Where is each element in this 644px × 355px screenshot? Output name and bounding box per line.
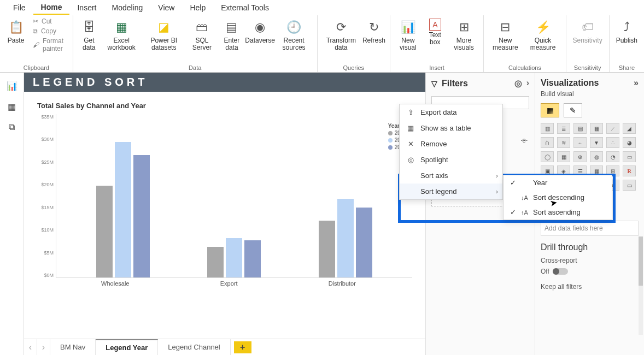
- get-data-button[interactable]: 🗄Get data: [78, 17, 101, 52]
- viz-area[interactable]: ◢: [623, 123, 636, 134]
- submenu-label: Sort descending: [533, 193, 584, 202]
- transform-data-button[interactable]: ⟳Transform data: [322, 17, 360, 52]
- build-visual-tab[interactable]: ▦: [541, 103, 559, 117]
- menu-show-as-table[interactable]: ▦Show as a table: [400, 120, 502, 136]
- page-nav-next[interactable]: ›: [37, 339, 50, 355]
- publish-button[interactable]: ⤴Publish: [614, 17, 640, 45]
- model-view-icon[interactable]: ⧉: [7, 122, 17, 133]
- menu-view[interactable]: View: [150, 1, 182, 14]
- bar-chart[interactable]: $35M $30M $25M $20M $15M $10M $5M $0M Ye…: [37, 114, 412, 278]
- copy-button[interactable]: ⧉Copy: [33, 27, 68, 35]
- menu-export-data[interactable]: ⇪Export data: [400, 104, 502, 120]
- viz-r[interactable]: R: [623, 165, 636, 176]
- viz-pie[interactable]: ◕: [623, 137, 636, 148]
- refresh-button[interactable]: ↻Refresh: [362, 17, 385, 45]
- quick-measure-button[interactable]: ⚡Quick measure: [524, 17, 561, 52]
- bar[interactable]: [319, 221, 335, 277]
- values-dropzone[interactable]: Add data fields here: [541, 221, 639, 236]
- menu-file[interactable]: File: [5, 1, 33, 14]
- bar[interactable]: [337, 199, 354, 277]
- scrollbar-thumb[interactable]: [639, 236, 643, 286]
- check-icon: ✓: [509, 208, 517, 216]
- bar[interactable]: [226, 238, 242, 277]
- viz-waterfall[interactable]: ⫠: [573, 137, 587, 148]
- plot-area: [56, 114, 412, 278]
- viz-card[interactable]: ▭: [623, 151, 636, 162]
- dataverse-button[interactable]: ◉Dataverse: [247, 17, 273, 45]
- sensitivity-button[interactable]: 🏷Sensitivity: [571, 17, 605, 45]
- viz-combo[interactable]: ⫛: [541, 137, 554, 148]
- cross-report-toggle[interactable]: Off: [541, 268, 639, 275]
- bar[interactable]: [244, 240, 261, 277]
- bar[interactable]: [115, 142, 131, 277]
- page-tab-bm-nav[interactable]: BM Nav: [50, 339, 96, 355]
- y-tick: $10M: [37, 227, 54, 233]
- bar[interactable]: [356, 208, 372, 277]
- submenu-label: Year: [533, 179, 547, 187]
- menu-remove[interactable]: ✕Remove: [400, 136, 502, 152]
- table-icon: ▤: [223, 19, 241, 36]
- format-painter-button[interactable]: 🖌Format painter: [33, 37, 68, 52]
- add-page-button[interactable]: +: [234, 341, 251, 353]
- menu-sort-axis[interactable]: Sort axis: [400, 168, 502, 184]
- paste-label: Paste: [8, 36, 25, 44]
- submenu-year[interactable]: ✓Year: [504, 175, 612, 190]
- eye-icon[interactable]: ◎: [514, 78, 522, 88]
- menu-modeling[interactable]: Modeling: [104, 1, 150, 14]
- menu-spotlight[interactable]: ◎Spotlight: [400, 152, 502, 168]
- page-tab-legend-channel[interactable]: Legend Channel: [158, 339, 230, 355]
- viz-line[interactable]: ⟋: [606, 123, 619, 134]
- new-visual-button[interactable]: 📊New visual: [395, 17, 421, 52]
- text-box-button[interactable]: AText box: [424, 17, 447, 47]
- new-measure-button[interactable]: ⊟New measure: [488, 17, 522, 52]
- chart-title: Total Sales by Channel and Year: [37, 102, 412, 110]
- pbi-datasets-button[interactable]: ◪Power BI datasets: [143, 17, 185, 52]
- sort-asc-icon: ↑A: [521, 209, 529, 216]
- menu-help[interactable]: Help: [182, 1, 213, 14]
- viz-clustered-bar[interactable]: ≣: [557, 123, 570, 134]
- viz-clustered-col[interactable]: ▦: [590, 123, 603, 134]
- y-tick: $35M: [37, 114, 54, 120]
- viz-funnel[interactable]: ▼: [590, 137, 603, 148]
- bar[interactable]: [207, 247, 224, 277]
- recent-sources-button[interactable]: 🕘Recent sources: [275, 17, 312, 52]
- visual-options-button[interactable]: ⋯: [520, 136, 529, 145]
- paste-button[interactable]: 📋 Paste: [4, 17, 27, 45]
- cut-button[interactable]: ✂Cut: [33, 17, 68, 25]
- viz-donut[interactable]: ◯: [541, 151, 554, 162]
- bar[interactable]: [133, 155, 150, 277]
- submenu-sort-desc[interactable]: ↓ASort descending: [504, 190, 612, 205]
- viz-gauge[interactable]: ◔: [606, 151, 619, 162]
- data-view-icon[interactable]: ▦: [7, 101, 17, 112]
- report-canvas: LEGEND SORT Total Sales by Channel and Y…: [24, 73, 425, 355]
- viz-treemap[interactable]: ▦: [557, 151, 570, 162]
- collapse-icon[interactable]: ›: [526, 78, 529, 88]
- viz-scatter[interactable]: ∴: [606, 137, 619, 148]
- sql-button[interactable]: 🗃SQL Server: [188, 17, 216, 52]
- menu-sort-legend[interactable]: Sort legend: [400, 184, 502, 199]
- menu-home[interactable]: Home: [33, 1, 70, 15]
- transform-icon: ⟳: [332, 19, 350, 36]
- viz-stacked-col[interactable]: ▤: [573, 123, 587, 134]
- page-tab-legend-year[interactable]: Legend Year: [96, 339, 158, 355]
- scrollbar[interactable]: [639, 236, 643, 335]
- more-visuals-button[interactable]: ⊞More visuals: [449, 17, 479, 52]
- menu-external-tools[interactable]: External Tools: [213, 1, 277, 14]
- report-view-icon[interactable]: 📊: [7, 80, 17, 91]
- enter-data-button[interactable]: ▤Enter data: [219, 17, 245, 52]
- viz-ribbon[interactable]: ≋: [557, 137, 570, 148]
- bar[interactable]: [96, 186, 113, 277]
- menu-insert[interactable]: Insert: [69, 1, 104, 14]
- new-visual-label: New visual: [397, 36, 419, 51]
- format-visual-tab[interactable]: ✎: [564, 103, 582, 117]
- excel-button[interactable]: ▦Excel workbook: [103, 17, 140, 52]
- viz-filled-map[interactable]: ◍: [590, 151, 603, 162]
- expand-icon[interactable]: »: [634, 78, 639, 88]
- submenu-label: Sort ascending: [533, 208, 581, 216]
- viz-stacked-bar[interactable]: ▥: [541, 123, 554, 134]
- viz-paginated[interactable]: ▭: [623, 180, 636, 191]
- ribbon: 📋 Paste ✂Cut ⧉Copy 🖌Format painter Clipb…: [0, 15, 644, 73]
- get-data-label: Get data: [80, 36, 98, 51]
- page-nav-prev[interactable]: ‹: [24, 339, 37, 355]
- viz-map[interactable]: ⊕: [573, 151, 587, 162]
